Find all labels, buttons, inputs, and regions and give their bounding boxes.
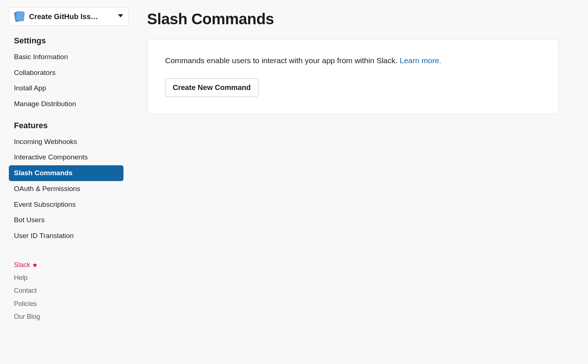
nav-item-install-app[interactable]: Install App [9,80,123,96]
page-title: Slash Commands [147,10,573,28]
section-header-settings: Settings [14,36,123,46]
heart-icon [32,261,37,269]
create-new-command-button[interactable]: Create New Command [165,78,258,97]
nav-item-user-id-translation[interactable]: User ID Translation [9,228,123,244]
nav-item-bot-users[interactable]: Bot Users [9,212,123,228]
commands-card: Commands enable users to interact with y… [147,39,559,114]
card-description-line: Commands enable users to interact with y… [165,55,541,66]
app-selector-name: Create GitHub Iss… [29,12,115,21]
card-description: Commands enable users to interact with y… [165,56,399,65]
caret-down-icon [118,13,123,20]
nav-item-oauth-permissions[interactable]: OAuth & Permissions [9,181,123,197]
app-selector-dropdown[interactable]: Create GitHub Iss… [9,7,129,26]
sidebar: Create GitHub Iss… Settings Basic Inform… [0,0,132,364]
app-icon [14,11,25,22]
nav-item-basic-information[interactable]: Basic Information [9,49,123,65]
nav-list-settings: Basic Information Collaborators Install … [9,49,123,112]
footer-links: Slack Help Contact Policies Our Blog [9,259,123,324]
nav-item-slash-commands[interactable]: Slash Commands [9,165,123,181]
nav-item-event-subscriptions[interactable]: Event Subscriptions [9,197,123,213]
footer-link-slack-label: Slack [14,261,30,269]
footer-link-our-blog[interactable]: Our Blog [14,310,123,323]
nav-item-collaborators[interactable]: Collaborators [9,65,123,81]
nav-item-interactive-components[interactable]: Interactive Components [9,149,123,165]
footer-link-contact[interactable]: Contact [14,284,123,297]
footer-link-policies[interactable]: Policies [14,298,123,310]
nav-list-features: Incoming Webhooks Interactive Components… [9,134,123,244]
main-content: Slash Commands Commands enable users to … [132,0,588,364]
footer-link-slack[interactable]: Slack [14,259,123,271]
learn-more-link[interactable]: Learn more. [399,56,441,65]
footer-link-help[interactable]: Help [14,271,123,284]
nav-item-manage-distribution[interactable]: Manage Distribution [9,96,123,112]
nav-item-incoming-webhooks[interactable]: Incoming Webhooks [9,134,123,150]
section-header-features: Features [14,121,123,130]
